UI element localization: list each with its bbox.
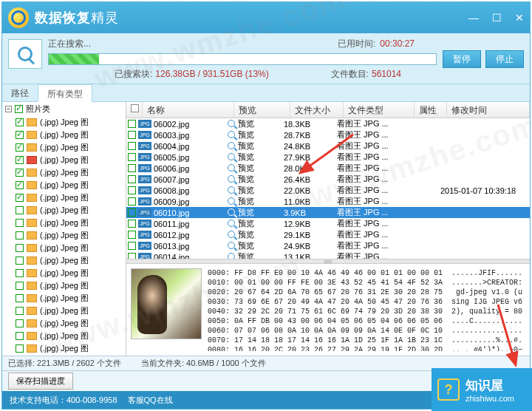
tree-item[interactable]: (.jpg) Jpeg 图 [2,267,126,279]
col-attr[interactable]: 属性 [415,102,447,118]
zhishiwu-badge[interactable]: ? 知识屋zhishiwu.com [432,368,532,411]
close-button[interactable]: ✕ [515,12,524,24]
checkbox[interactable] [16,332,24,340]
col-check[interactable] [126,102,143,118]
file-row[interactable]: JPG06007.jpg预览26.4KB看图王 JPG ... [126,174,530,185]
tree-item[interactable]: (.jpg) Jpeg 图 [2,229,126,242]
col-type[interactable]: 文件类型 [344,102,415,118]
checkbox[interactable] [16,257,24,265]
col-mtime[interactable]: 修改时间 [447,102,530,118]
tree-item[interactable]: (.jpg) Jpeg 图 [2,217,126,229]
magnifier-icon[interactable] [228,208,236,217]
tree-item[interactable]: (.jpg) Jpeg 图 [2,292,126,305]
col-name[interactable]: 名称 [143,102,234,118]
col-size[interactable]: 文件大小 [290,102,344,118]
magnifier-icon[interactable] [228,175,236,184]
checkbox[interactable] [128,208,136,217]
tree-item[interactable]: (.jpg) Jpeg 图 [2,154,126,166]
tab-path[interactable]: 路径 [2,84,38,101]
checkbox[interactable] [128,164,136,172]
file-row[interactable]: JPG06012.jpg预览29.1KB看图王 JPG ... [126,229,530,240]
checkbox[interactable] [16,181,24,189]
file-row[interactable]: JPG06004.jpg预览24.8KB看图王 JPG ... [126,140,530,152]
file-row[interactable]: JPG06011.jpg预览12.9KB看图王 JPG ... [126,218,530,229]
checkbox[interactable] [128,253,136,259]
checkbox[interactable] [128,197,136,206]
expand-icon[interactable]: − [5,106,12,112]
checkbox[interactable] [16,307,24,315]
tree-item[interactable]: (.jpg) Jpeg 图 [2,279,126,292]
checkbox[interactable] [128,153,136,161]
checkbox[interactable] [16,143,24,152]
col-preview[interactable]: 预览 [234,102,290,118]
tree-item[interactable]: (.jpg) Jpeg 图 [2,116,126,129]
checkbox[interactable] [16,319,24,327]
splitter[interactable]: ≡≡≡ [126,259,530,264]
pause-button[interactable]: 暂停 [443,50,481,68]
checkbox[interactable] [16,156,24,164]
file-row[interactable]: JPG06009.jpg预览11.0KB看图王 JPG ... [126,196,530,207]
checkbox[interactable] [16,194,24,202]
tree-item[interactable]: (.jpg) Jpeg 图 [2,166,126,179]
tab-alltypes[interactable]: 所有类型 [38,84,92,102]
tree-item[interactable]: (.jpg) Jpeg 图 [2,204,126,217]
file-list[interactable]: JPG06002.jpg预览18.3KB看图王 JPG ...JPG06003.… [126,118,530,259]
tree-item[interactable]: (.jpg) Jpeg 图 [2,342,126,355]
checkbox[interactable] [128,175,136,183]
magnifier-icon[interactable] [228,142,236,151]
checkbox[interactable] [16,219,24,227]
checkbox[interactable] [16,169,24,177]
tree-root[interactable]: − 照片类 [2,102,126,116]
file-row[interactable]: JPG06014.jpg预览13.1KB看图王 JPG ... [126,251,530,259]
checkbox[interactable] [16,269,24,277]
checkbox[interactable] [16,131,24,139]
tree-item[interactable]: (.jpg) Jpeg 图 [2,129,126,141]
checkbox[interactable] [16,231,24,240]
magnifier-icon[interactable] [228,186,236,195]
magnifier-icon[interactable] [228,231,236,240]
save-progress-button[interactable]: 保存扫描进度 [8,373,73,390]
magnifier-icon[interactable] [228,220,236,228]
tree-item[interactable]: (.jpg) Jpeg 图 [2,242,126,254]
minimize-button[interactable]: — [468,12,479,24]
magnifier-icon[interactable] [228,253,236,259]
tree-item[interactable]: (.jpg) Jpeg 图 [2,141,126,154]
checkbox[interactable] [16,294,24,302]
checkbox[interactable] [16,344,24,353]
checkbox[interactable] [128,242,136,250]
checkbox[interactable] [128,231,136,239]
tree-item[interactable]: (.jpg) Jpeg 图 [2,305,126,317]
magnifier-icon[interactable] [228,197,236,206]
file-row[interactable]: JPG06003.jpg预览28.7KB看图王 JPG ... [126,129,530,140]
stop-button[interactable]: 停止 [485,50,524,68]
tree-item[interactable]: (.jpg) Jpeg 图 [2,330,126,342]
checkbox[interactable] [128,142,136,150]
magnifier-icon[interactable] [228,242,236,251]
file-row[interactable]: JPG06013.jpg预览24.9KB看图王 JPG ... [126,240,530,251]
tree-item[interactable]: (.jpg) Jpeg 图 [2,191,126,204]
tree-item[interactable]: (.jpg) Jpeg 图 [2,254,126,267]
checkbox[interactable] [16,244,24,252]
checkbox[interactable] [16,118,24,126]
checkbox[interactable] [16,282,24,290]
magnifier-icon[interactable] [228,153,236,162]
tree-item[interactable]: (.jpg) Jpeg 图 [2,317,126,330]
checkbox[interactable] [128,131,136,139]
category-tree[interactable]: − 照片类 (.jpg) Jpeg 图(.jpg) Jpeg 图(.jpg) J… [2,102,126,356]
file-row[interactable]: JPG06002.jpg预览18.3KB看图王 JPG ... [126,118,530,129]
file-row[interactable]: JPG06005.jpg预览27.9KB看图王 JPG ... [126,152,530,163]
checkbox[interactable] [128,186,136,194]
maximize-button[interactable]: ☐ [492,12,502,24]
qq-support[interactable]: 客服QQ在线 [128,395,173,406]
file-row[interactable]: JPG06008.jpg预览22.0KB看图王 JPG ...2015-01-0… [126,185,530,196]
checkbox[interactable] [128,220,136,228]
magnifier-icon[interactable] [228,120,236,129]
file-row[interactable]: JPG06010.jpg预览3.9KB看图王 JPG ... [126,207,530,218]
checkbox[interactable] [128,120,136,128]
checkbox[interactable] [16,206,24,214]
tree-item[interactable]: (.jpg) Jpeg 图 [2,179,126,191]
magnifier-icon[interactable] [228,164,236,173]
file-row[interactable]: JPG06006.jpg预览28.0KB看图王 JPG ... [126,163,530,174]
checkbox[interactable] [15,105,23,113]
magnifier-icon[interactable] [228,131,236,140]
